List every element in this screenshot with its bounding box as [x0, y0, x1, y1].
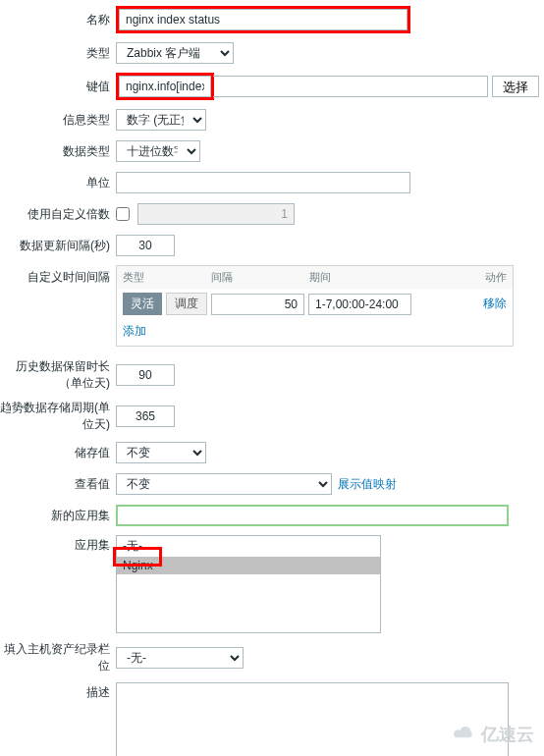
input-trends[interactable] — [116, 405, 175, 427]
input-interval-val[interactable] — [211, 294, 304, 315]
link-remove-interval[interactable]: 移除 — [483, 296, 507, 312]
label-data-type: 数据类型 — [0, 143, 116, 160]
highlight-name — [116, 6, 410, 33]
label-trends: 趋势数据存储周期(单位天) — [0, 400, 116, 433]
label-history: 历史数据保留时长（单位天) — [0, 358, 116, 392]
intv-head-action: 动作 — [408, 270, 508, 285]
intv-head-type: 类型 — [123, 270, 211, 285]
link-show-value-map[interactable]: 展示值映射 — [338, 476, 397, 493]
highlight-key — [116, 73, 214, 100]
listbox-apps[interactable]: -无- Nginx — [116, 535, 381, 633]
label-apps: 应用集 — [0, 535, 116, 554]
custom-intervals-box: 类型 间隔 期间 动作 灵活 调度 移除 添加 — [116, 265, 514, 347]
checkbox-custom-mul[interactable] — [116, 207, 130, 221]
label-unit: 单位 — [0, 175, 116, 191]
watermark: 亿速云 — [452, 723, 534, 746]
label-name: 名称 — [0, 12, 116, 28]
select-data-type[interactable]: 十进位数字 — [116, 140, 200, 162]
input-name[interactable] — [119, 9, 408, 30]
link-add-interval[interactable]: 添加 — [123, 324, 146, 338]
label-inventory: 填入主机资产纪录栏位 — [0, 641, 116, 675]
select-store-value[interactable]: 不变 — [116, 442, 206, 463]
label-info-type: 信息类型 — [0, 112, 116, 129]
label-store-value: 储存值 — [0, 445, 116, 461]
input-key[interactable] — [119, 76, 211, 97]
select-type[interactable]: Zabbix 客户端 — [116, 42, 234, 64]
button-key-select[interactable]: 选择 — [492, 76, 539, 97]
select-inventory[interactable]: -无- — [116, 647, 244, 669]
input-new-app[interactable] — [116, 505, 509, 526]
input-custom-mul-val[interactable] — [137, 203, 295, 225]
label-new-app: 新的应用集 — [0, 508, 116, 524]
input-history[interactable] — [116, 364, 175, 386]
label-key: 键值 — [0, 79, 116, 95]
button-scheduling[interactable]: 调度 — [166, 293, 207, 315]
textarea-description[interactable] — [116, 682, 509, 756]
button-flexible[interactable]: 灵活 — [123, 293, 162, 315]
input-unit[interactable] — [116, 172, 410, 193]
cloud-icon — [452, 726, 477, 743]
label-custom-intervals: 自定义时间间隔 — [0, 265, 116, 286]
app-option-nginx[interactable]: Nginx — [117, 557, 380, 574]
label-show-value: 查看值 — [0, 476, 116, 493]
intv-head-interval: 间隔 — [211, 270, 309, 285]
intv-head-period: 期间 — [309, 270, 408, 285]
select-info-type[interactable]: 数字 (无正负) — [116, 109, 206, 131]
select-show-value[interactable]: 不变 — [116, 473, 332, 495]
input-update-interval[interactable] — [116, 235, 175, 256]
label-type: 类型 — [0, 45, 116, 62]
label-update-interval: 数据更新间隔(秒) — [0, 238, 116, 254]
input-period-val[interactable] — [308, 294, 411, 315]
label-description: 描述 — [0, 682, 116, 701]
label-custom-mul: 使用自定义倍数 — [0, 206, 116, 223]
app-option-none[interactable]: -无- — [117, 536, 380, 557]
